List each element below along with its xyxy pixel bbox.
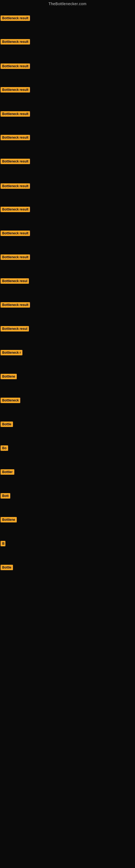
bottleneck-badge-row-15: Bottleneck r (1, 350, 22, 356)
bottleneck-badge-row-23: B (1, 541, 5, 547)
bottleneck-badge-row-3: Bottleneck result (1, 63, 30, 70)
bottleneck-badge-row-5: Bottleneck result (1, 111, 30, 118)
bottleneck-badge-22[interactable]: Bottlene (1, 517, 17, 522)
bottleneck-badge-13[interactable]: Bottleneck result (1, 302, 30, 308)
bottleneck-badge-row-16: Bottlene (1, 374, 17, 380)
bottleneck-badge-9[interactable]: Bottleneck result (1, 207, 30, 212)
bottleneck-badge-row-11: Bottleneck result (1, 254, 30, 261)
bottleneck-badge-7[interactable]: Bottleneck result (1, 159, 30, 164)
bottleneck-badge-8[interactable]: Bottleneck result (1, 183, 30, 189)
bottleneck-badge-row-14: Bottleneck resul (1, 326, 29, 333)
bottleneck-badge-5[interactable]: Bottleneck result (1, 111, 30, 117)
bottleneck-badge-18[interactable]: Bottle (1, 422, 13, 427)
bottleneck-badge-row-12: Bottleneck resul (1, 278, 29, 285)
bottleneck-badge-2[interactable]: Bottleneck result (1, 39, 30, 44)
bottleneck-badge-21[interactable]: Bott (1, 493, 10, 499)
bottleneck-badge-row-6: Bottleneck result (1, 135, 30, 141)
bottleneck-badge-17[interactable]: Bottleneck (1, 398, 20, 403)
bottleneck-badge-16[interactable]: Bottlene (1, 374, 17, 379)
bottleneck-badge-row-19: Bo (1, 445, 8, 452)
bottleneck-badge-row-24: Bottle (1, 565, 13, 571)
bottleneck-badge-11[interactable]: Bottleneck result (1, 254, 30, 260)
bottleneck-badge-row-9: Bottleneck result (1, 207, 30, 213)
bottleneck-badge-row-13: Bottleneck result (1, 302, 30, 309)
bottleneck-badge-20[interactable]: Bottler (1, 469, 14, 475)
site-title: TheBottlenecker.com (0, 0, 135, 8)
bottleneck-badge-row-10: Bottleneck result (1, 230, 30, 237)
bottleneck-badge-row-17: Bottleneck (1, 398, 20, 404)
bottleneck-badge-14[interactable]: Bottleneck resul (1, 326, 29, 332)
bottleneck-badge-row-4: Bottleneck result (1, 87, 30, 94)
bottleneck-badge-row-21: Bott (1, 493, 10, 500)
bottleneck-badge-12[interactable]: Bottleneck resul (1, 278, 29, 284)
bottleneck-badge-row-20: Bottler (1, 469, 14, 476)
bottleneck-badge-6[interactable]: Bottleneck result (1, 135, 30, 140)
bottleneck-badge-3[interactable]: Bottleneck result (1, 63, 30, 69)
bottleneck-badge-10[interactable]: Bottleneck result (1, 230, 30, 236)
bottleneck-badge-row-7: Bottleneck result (1, 159, 30, 165)
bottleneck-badge-row-2: Bottleneck result (1, 39, 30, 45)
bottleneck-badge-24[interactable]: Bottle (1, 565, 13, 570)
bottleneck-badge-row-22: Bottlene (1, 517, 17, 524)
bottleneck-badge-row-8: Bottleneck result (1, 183, 30, 190)
bottleneck-badge-19[interactable]: Bo (1, 445, 8, 451)
bottleneck-badge-1[interactable]: Bottleneck result (1, 16, 30, 21)
bottleneck-badge-15[interactable]: Bottleneck r (1, 350, 22, 355)
bottleneck-badge-row-18: Bottle (1, 422, 13, 428)
bottleneck-badge-23[interactable]: B (1, 541, 5, 546)
bottleneck-badge-row-1: Bottleneck result (1, 16, 30, 22)
bottleneck-badge-4[interactable]: Bottleneck result (1, 87, 30, 93)
